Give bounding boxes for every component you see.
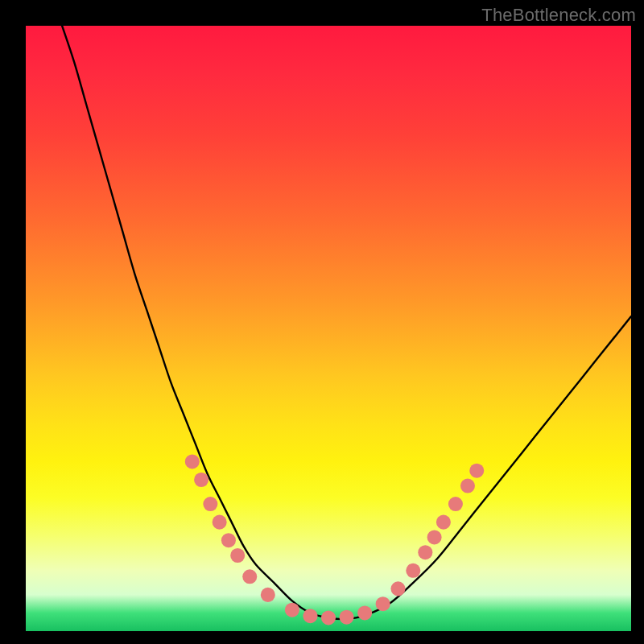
highlight-dot <box>221 533 236 547</box>
highlight-dot <box>418 545 432 559</box>
highlight-dot <box>357 605 372 620</box>
highlight-dot <box>448 497 463 511</box>
highlight-dot <box>460 479 475 493</box>
chart-frame: TheBottleneck.com <box>0 0 644 644</box>
highlight-dot <box>340 610 354 625</box>
highlight-dot <box>406 564 420 578</box>
highlight-dot <box>390 581 405 596</box>
highlight-dot <box>261 588 275 602</box>
highlight-dot <box>321 610 336 625</box>
highlight-dots <box>185 454 484 625</box>
bottleneck-curve <box>62 26 631 619</box>
highlight-dot <box>427 530 442 544</box>
highlight-dot <box>185 454 200 469</box>
highlight-dot <box>376 597 390 611</box>
highlight-dot <box>213 515 227 530</box>
highlight-dot <box>194 473 208 487</box>
highlight-dot <box>203 497 217 511</box>
highlight-dot <box>285 603 299 617</box>
highlight-dot <box>242 569 257 584</box>
plot-area <box>26 26 631 631</box>
highlight-dot <box>230 548 245 563</box>
watermark-text: TheBottleneck.com <box>481 5 636 26</box>
highlight-dot <box>303 609 317 623</box>
highlight-dot <box>436 515 451 530</box>
curve-layer <box>26 26 631 631</box>
highlight-dot <box>469 464 484 478</box>
